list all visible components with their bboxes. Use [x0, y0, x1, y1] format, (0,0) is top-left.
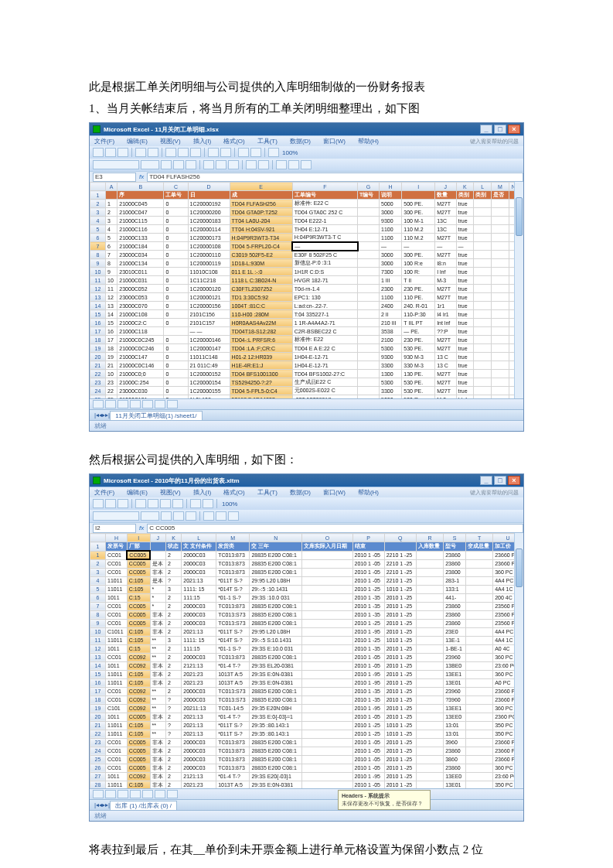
- minimize-button[interactable]: _: [480, 476, 492, 485]
- grid-cell[interactable]: [465, 559, 492, 568]
- menu-view[interactable]: 视图(V): [160, 488, 181, 497]
- row-header[interactable]: 11: [90, 276, 106, 285]
- grid-cell[interactable]: C:15: [127, 644, 150, 653]
- worksheet-grid[interactable]: ABCDEFGHIJKLMN1序工单号日成工单编号T编号说明数量类别类别是否21…: [90, 182, 523, 398]
- grid-cell[interactable]: 2010 1 -35: [352, 602, 384, 610]
- grid-cell[interactable]: CC01: [106, 653, 128, 661]
- grid-cell[interactable]: —: [402, 242, 435, 251]
- grid-cell[interactable]: —: [292, 242, 357, 251]
- grid-cell[interactable]: 0: [164, 268, 188, 276]
- grid-cell[interactable]: 2010 1 -05: [352, 568, 384, 576]
- grid-cell[interactable]: [358, 378, 380, 387]
- grid-cell[interactable]: [302, 636, 352, 644]
- grid-cell[interactable]: 100 R:e: [402, 259, 435, 268]
- grid-cell[interactable]: [465, 695, 492, 704]
- row-header[interactable]: 7: [90, 602, 106, 610]
- row-header[interactable]: 19: [90, 704, 106, 713]
- grid-cell[interactable]: CC01: [106, 687, 128, 695]
- grid-cell[interactable]: ?: [165, 730, 181, 738]
- grid-cell[interactable]: TC013:873: [216, 755, 250, 764]
- grid-cell[interactable]: 2010 1 -25: [352, 585, 384, 593]
- grid-cell[interactable]: **: [150, 721, 165, 730]
- grid-cell[interactable]: [358, 285, 380, 293]
- grid-cell[interactable]: 23000C034: [117, 251, 164, 259]
- grid-cell[interactable]: 28835 E200 C08:1: [250, 755, 302, 764]
- sort-desc-icon[interactable]: [250, 148, 261, 157]
- grid-cell[interactable]: C:105: [127, 576, 150, 585]
- grid-cell[interactable]: [302, 559, 352, 568]
- grid-cell[interactable]: 15: [106, 319, 117, 327]
- grid-cell[interactable]: 29:3S EL20-0381: [250, 661, 302, 670]
- grid-cell[interactable]: true: [456, 268, 474, 276]
- grid-cell[interactable]: 23000C070: [117, 302, 164, 310]
- preview-icon[interactable]: [148, 148, 158, 157]
- grid-cell[interactable]: 2010 1 -05: [352, 738, 384, 747]
- data-header-cell[interactable]: 状态: [165, 542, 181, 552]
- grid-cell[interactable]: 元0002S-E022 C: [292, 387, 357, 395]
- grid-cell[interactable]: 0: [164, 276, 188, 285]
- grid-cell[interactable]: [492, 234, 509, 242]
- grid-cell[interactable]: 3: [165, 585, 181, 593]
- grid-cell[interactable]: TD1 3:30C5:92: [230, 293, 292, 302]
- column-header[interactable]: P: [352, 534, 384, 542]
- grid-cell[interactable]: 生产成品E22 C: [292, 378, 357, 387]
- arrow-icon[interactable]: [130, 400, 141, 408]
- row-header[interactable]: 7: [90, 242, 106, 251]
- grid-cell[interactable]: [358, 319, 380, 327]
- save-icon[interactable]: [117, 499, 128, 508]
- grid-cell[interactable]: *01-4 T-?: [216, 713, 250, 721]
- row-header[interactable]: 4: [90, 576, 106, 585]
- align-left-icon[interactable]: [203, 160, 214, 169]
- grid-cell[interactable]: Int lnf: [435, 319, 456, 327]
- grid-cell[interactable]: *011T S-?: [216, 627, 250, 636]
- sheet-tab-active[interactable]: 11月关闭工单明细(1) /sheet1/: [110, 411, 202, 420]
- grid-cell[interactable]: M27T: [435, 200, 456, 208]
- grid-cell[interactable]: 0: [164, 293, 188, 302]
- grid-cell[interactable]: 2: [165, 619, 181, 627]
- grid-cell[interactable]: true: [456, 251, 474, 259]
- grid-cell[interactable]: 21000C118: [117, 327, 164, 336]
- grid-cell[interactable]: — PE.: [402, 327, 435, 336]
- grid-cell[interactable]: 1100: [379, 234, 401, 242]
- percent-icon[interactable]: [258, 160, 269, 169]
- grid-cell[interactable]: [465, 670, 492, 678]
- grid-cell[interactable]: TC01-14:5: [216, 704, 250, 713]
- grid-cell[interactable]: [474, 251, 492, 259]
- grid-cell[interactable]: 2: [165, 568, 181, 576]
- grid-cell[interactable]: 21000C134: [117, 259, 164, 268]
- grid-cell[interactable]: [302, 764, 352, 772]
- grid-cell[interactable]: 130 PE.: [402, 370, 435, 378]
- row-header[interactable]: 14: [90, 661, 106, 670]
- grid-cell[interactable]: 110-P:30: [402, 310, 435, 319]
- grid-cell[interactable]: [465, 704, 492, 713]
- column-header[interactable]: A: [106, 183, 117, 191]
- grid-cell[interactable]: 非本: [150, 772, 165, 781]
- borders-icon[interactable]: [276, 160, 287, 169]
- column-header[interactable]: C: [164, 183, 188, 191]
- grid-cell[interactable]: M27T: [435, 234, 456, 242]
- grid-cell[interactable]: 25: [106, 395, 117, 399]
- grid-cell[interactable]: true: [456, 361, 474, 370]
- grid-cell[interactable]: 21000C108: [117, 310, 164, 319]
- draw-icon[interactable]: [93, 790, 104, 798]
- grid-cell[interactable]: 2010 1 -05: [352, 747, 384, 755]
- copy-icon[interactable]: [178, 148, 189, 157]
- grid-cell[interactable]: 2010 1 -05: [352, 713, 384, 721]
- grid-cell[interactable]: [358, 251, 380, 259]
- undo-icon[interactable]: [208, 148, 219, 157]
- grid-cell[interactable]: T II: [402, 276, 435, 285]
- row-header[interactable]: 1: [90, 191, 106, 200]
- column-header[interactable]: H: [379, 183, 401, 191]
- grid-cell[interactable]: 5300: [379, 378, 401, 387]
- menu-help[interactable]: 帮助(H): [358, 137, 379, 145]
- grid-cell[interactable]: [465, 610, 492, 619]
- redo-icon[interactable]: [220, 148, 231, 157]
- row-header[interactable]: 16: [90, 678, 106, 687]
- grid-cell[interactable]: 2: [106, 208, 117, 217]
- grid-cell[interactable]: 1H04-E-12-71: [292, 353, 357, 361]
- grid-cell[interactable]: 2010 1 -25: [384, 670, 416, 678]
- grid-cell[interactable]: 3538: [379, 327, 401, 336]
- grid-cell[interactable]: C101: [106, 704, 128, 713]
- grid-cell[interactable]: [465, 764, 492, 772]
- grid-cell[interactable]: *01-4 T-?: [216, 772, 250, 781]
